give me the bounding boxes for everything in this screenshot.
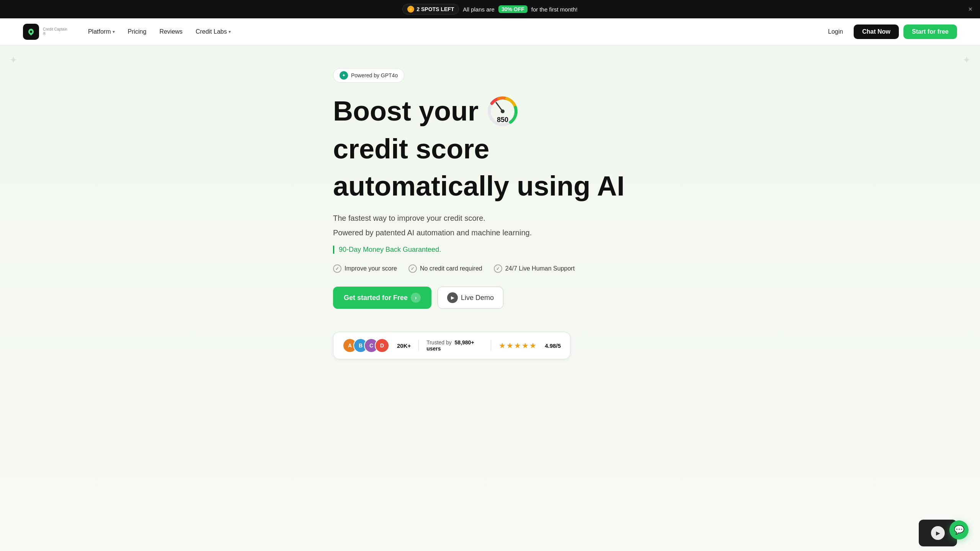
guarantee-text: 90-Day Money Back Guaranteed. [333,246,647,254]
page-background: ✦ ✦ ✦ Powered by GPT4o Boost your [0,45,980,551]
svg-point-0 [30,31,32,33]
check-icon-3: ✓ [494,264,502,273]
nav-pricing[interactable]: Pricing [122,25,152,38]
nav-left: Credit Captain ® Platform ▾ Pricing Revi… [23,24,236,40]
check-icon-2: ✓ [408,264,417,273]
feature-support: ✓ 24/7 Live Human Support [494,264,575,273]
gauge-number: 850 [485,116,520,124]
banner-close-button[interactable]: × [968,5,972,13]
sparkle-top-right: ✦ [963,55,970,65]
divider [418,340,419,351]
start-free-button[interactable]: Start for free [903,24,957,39]
avatar-4: D [375,338,389,353]
check-icon-1: ✓ [333,264,341,273]
arrow-icon: › [411,293,421,303]
title-line2: automatically using AI [333,171,624,201]
live-demo-button[interactable]: ▶ Live Demo [438,287,503,309]
chat-widget[interactable]: 💬 [949,520,969,540]
title-part1: Boost your [333,96,479,126]
hero-section: ✦ Powered by GPT4o Boost your [318,45,662,375]
rating-value: 4.98/5 [545,342,561,349]
navbar: Credit Captain ® Platform ▾ Pricing Revi… [0,18,980,45]
feature-label-2: No credit card required [420,265,482,272]
top-banner: ⚡ 2 SPOTS LEFT All plans are 30% OFF for… [0,0,980,18]
title-part2: credit score [333,134,489,164]
feature-improve-score: ✓ Improve your score [333,264,397,273]
hero-title: Boost your 850 [333,94,647,201]
nav-links: Platform ▾ Pricing Reviews Credit Labs ▾ [83,25,236,38]
badge-label: Powered by GPT4o [351,72,398,78]
video-play-button[interactable]: ▶ [931,526,945,540]
social-proof: A B C D 20K+ Trusted by 58,980+ users ★★… [333,332,570,359]
nav-reviews[interactable]: Reviews [154,25,188,38]
logo[interactable]: Credit Captain ® [23,24,67,40]
promo-suffix: for the first month! [531,6,578,13]
nav-credit-labs[interactable]: Credit Labs ▾ [190,25,236,38]
gpt-badge: ✦ Powered by GPT4o [333,68,404,83]
spots-badge: ⚡ 2 SPOTS LEFT [402,4,459,15]
spots-icon: ⚡ [407,6,414,13]
credit-score-gauge: 850 [485,94,520,129]
cta-row: Get started for Free › ▶ Live Demo [333,287,647,309]
play-icon: ▶ [447,292,458,303]
divider-2 [491,340,491,351]
logo-icon [23,24,39,40]
sparkle-top-left: ✦ [10,55,17,65]
login-button[interactable]: Login [822,25,849,38]
hero-subtitle-1: The fastest way to improve your credit s… [333,212,647,224]
nav-platform[interactable]: Platform ▾ [83,25,120,38]
logo-tagline: ® [43,32,67,36]
user-count: 20K+ [397,342,411,349]
user-avatars: A B C D [343,338,389,353]
spots-label: 2 SPOTS LEFT [416,6,454,12]
logo-name: Credit Captain ® [43,27,67,36]
star-rating: ★★★★★ [499,341,537,350]
chat-icon: 💬 [954,525,964,535]
features-row: ✓ Improve your score ✓ No credit card re… [333,264,647,273]
feature-label-1: Improve your score [345,265,397,272]
promo-badge: 30% OFF [498,5,528,13]
promo-prefix: All plans are [463,6,495,13]
trust-text: Trusted by 58,980+ users [426,339,483,352]
svg-point-7 [501,109,505,113]
chevron-down-icon-2: ▾ [229,29,231,34]
nav-right: Login Chat Now Start for free [822,24,957,39]
chevron-down-icon: ▾ [113,29,115,34]
chat-now-button[interactable]: Chat Now [854,24,899,39]
gpt-icon: ✦ [340,71,348,80]
feature-label-3: 24/7 Live Human Support [505,265,575,272]
feature-no-card: ✓ No credit card required [408,264,482,273]
get-started-button[interactable]: Get started for Free › [333,287,431,309]
hero-subtitle-2: Powered by patented AI automation and ma… [333,227,647,239]
